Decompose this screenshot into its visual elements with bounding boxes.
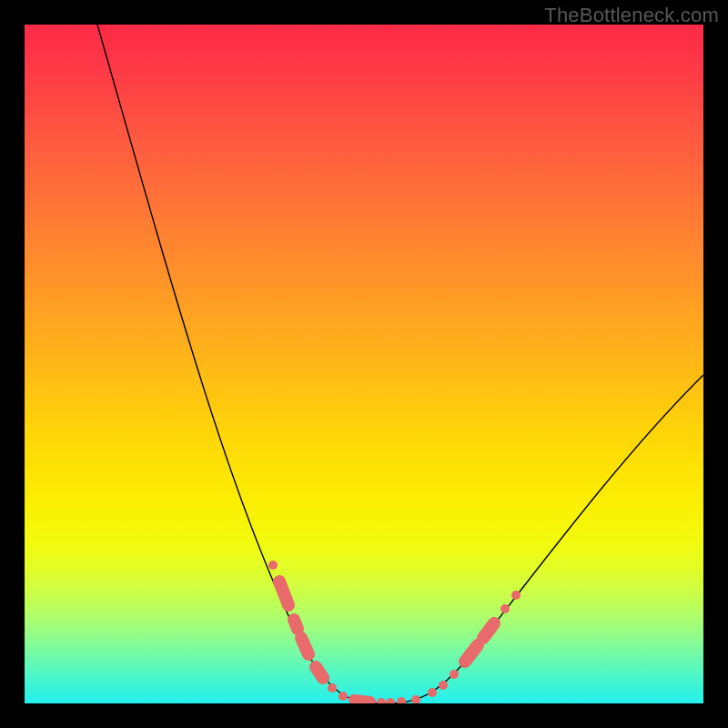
curve-dot xyxy=(428,688,437,697)
curve-dot-capsule xyxy=(301,638,308,654)
bottleneck-curve xyxy=(97,25,703,703)
curve-dot xyxy=(500,604,510,613)
curve-dot xyxy=(397,697,406,703)
curve-dot xyxy=(268,561,278,570)
chart-plot-area xyxy=(25,25,703,703)
curve-dot xyxy=(439,681,448,690)
curve-dot-capsule xyxy=(316,667,323,678)
curve-dot xyxy=(450,670,459,679)
curve-dot-capsule xyxy=(279,581,288,605)
curve-dot-capsule xyxy=(294,620,298,629)
curve-dot xyxy=(377,698,386,703)
curve-dot xyxy=(411,695,420,703)
curve-dots-group xyxy=(268,561,521,703)
curve-dot-capsule xyxy=(483,623,494,638)
watermark-text: TheBottleneck.com xyxy=(544,4,719,27)
curve-dot xyxy=(511,591,521,600)
curve-dot xyxy=(328,683,337,693)
curve-dot xyxy=(339,692,348,701)
curve-dot xyxy=(386,698,395,703)
chart-svg xyxy=(25,25,703,703)
curve-dot-capsule xyxy=(354,700,370,702)
curve-dot-capsule xyxy=(465,645,478,662)
